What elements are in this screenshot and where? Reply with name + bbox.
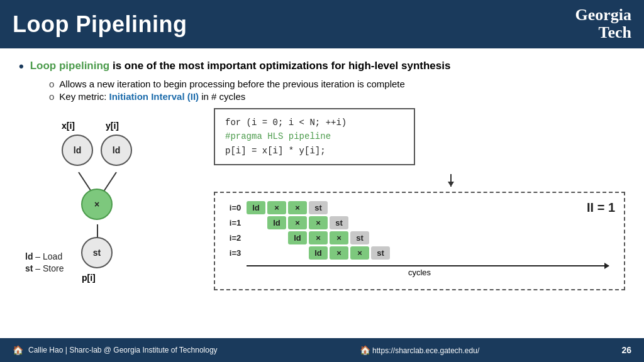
- pipeline-row-1: i=1 ld × × st: [226, 216, 390, 229]
- cell-2-3: st: [350, 231, 369, 244]
- footer-page-number: 26: [621, 345, 631, 355]
- footer: 🏠 Callie Hao | Sharc-lab @ Georgia Insti…: [0, 338, 644, 362]
- cell-1-3: st: [330, 216, 348, 229]
- diagram-nodes: x[i] y[i] ld ld × st p[i]: [19, 108, 182, 246]
- cell-0-1: ×: [267, 201, 286, 214]
- main-bullet: • Loop pipelining is one of the most imp…: [19, 60, 625, 75]
- footer-author: Callie Hao | Sharc-lab @ Georgia Institu…: [28, 346, 218, 354]
- sub-bullet-1-text: Allows a new iteration to begin processi…: [59, 79, 404, 89]
- home-icon: 🏠: [13, 345, 23, 355]
- iter-label-2: i=2: [226, 231, 245, 244]
- node-st: st: [81, 237, 113, 268]
- logo-line1: Georgia: [575, 6, 631, 25]
- cell-3-0: ld: [309, 246, 328, 260]
- main-content: • Loop pipelining is one of the most imp…: [0, 48, 644, 338]
- highlight-loop-pipelining: Loop pipelining: [30, 60, 110, 72]
- cell-3-2: ×: [350, 246, 369, 260]
- georgia-tech-logo: Georgia Tech: [575, 6, 631, 42]
- pipeline-table: i=0 ld × × st i=1: [224, 199, 392, 261]
- diagram-svg: [19, 108, 182, 246]
- cell-1-1: ×: [288, 216, 307, 229]
- bullet-main-text: is one of the most important optimizatio…: [109, 60, 450, 72]
- footer-url: 🏠 https://sharclab.ece.gatech.edu/: [360, 345, 479, 355]
- cell-2-1: ×: [309, 231, 328, 244]
- code-line-2: #pragma HLS pipeline: [225, 129, 404, 143]
- node-mul: ×: [81, 189, 113, 220]
- code-line-1: for (i = 0; i < N; ++i): [225, 116, 404, 129]
- iter-label-3: i=3: [226, 246, 245, 260]
- label-xi: x[i]: [62, 121, 75, 131]
- sub-bullets: o Allows a new iteration to begin proces…: [49, 79, 625, 102]
- iter-label-1: i=1: [226, 216, 245, 229]
- label-pi: p[i]: [82, 273, 96, 283]
- ii-label: II = 1: [587, 200, 615, 215]
- iter-label-0: i=0: [226, 201, 245, 214]
- label-yi: y[i]: [106, 121, 119, 131]
- sub-bullet-2-text: Key metric: Initiation Interval (II) in …: [59, 91, 245, 102]
- cell-1-2: ×: [309, 216, 328, 229]
- down-arrow: [450, 174, 452, 187]
- cycles-container: cycles: [224, 265, 615, 283]
- down-arrow-container: [277, 174, 625, 187]
- code-box: for (i = 0; i < N; ++i) #pragma HLS pipe…: [214, 108, 415, 165]
- ii-highlight: Initiation Interval (II): [109, 91, 199, 102]
- cell-3-3: st: [371, 246, 390, 260]
- pipeline-box: II = 1 i=0 ld × × st: [214, 192, 625, 290]
- cycles-label: cycles: [224, 268, 615, 277]
- footer-left: 🏠 Callie Hao | Sharc-lab @ Georgia Insti…: [13, 345, 218, 355]
- slide-title: Loop Pipelining: [13, 11, 187, 38]
- content-area: x[i] y[i] ld ld × st p[i]: [19, 108, 625, 290]
- cell-2-2: ×: [330, 231, 348, 244]
- node-ld1: ld: [62, 134, 93, 166]
- cell-0-2: ×: [288, 201, 307, 214]
- cell-1-0: ld: [267, 216, 286, 229]
- cell-0-0: ld: [247, 201, 265, 214]
- node-ld2: ld: [101, 134, 132, 166]
- legend-st: st – Store: [25, 263, 195, 273]
- sub-bullet-1: o Allows a new iteration to begin proces…: [49, 79, 625, 89]
- right-area: for (i = 0; i < N; ++i) #pragma HLS pipe…: [214, 108, 625, 290]
- left-diagram: x[i] y[i] ld ld × st p[i]: [19, 108, 195, 290]
- pipeline-row-2: i=2 ld × × st: [226, 231, 390, 244]
- sub-bullet-2: o Key metric: Initiation Interval (II) i…: [49, 91, 625, 102]
- bullet-dot: •: [19, 58, 24, 75]
- pipeline-row-3: i=3 ld × × st: [226, 246, 390, 260]
- code-line-3: p[i] = x[i] * y[i];: [225, 144, 404, 158]
- cell-3-1: ×: [330, 246, 348, 260]
- cell-2-0: ld: [288, 231, 307, 244]
- logo-line2: Tech: [599, 25, 632, 43]
- cell-0-3: st: [309, 201, 328, 214]
- pipeline-row-0: i=0 ld × × st: [226, 201, 390, 214]
- bullet-text: Loop pipelining is one of the most impor…: [30, 60, 451, 72]
- header: Loop Pipelining Georgia Tech: [0, 0, 644, 48]
